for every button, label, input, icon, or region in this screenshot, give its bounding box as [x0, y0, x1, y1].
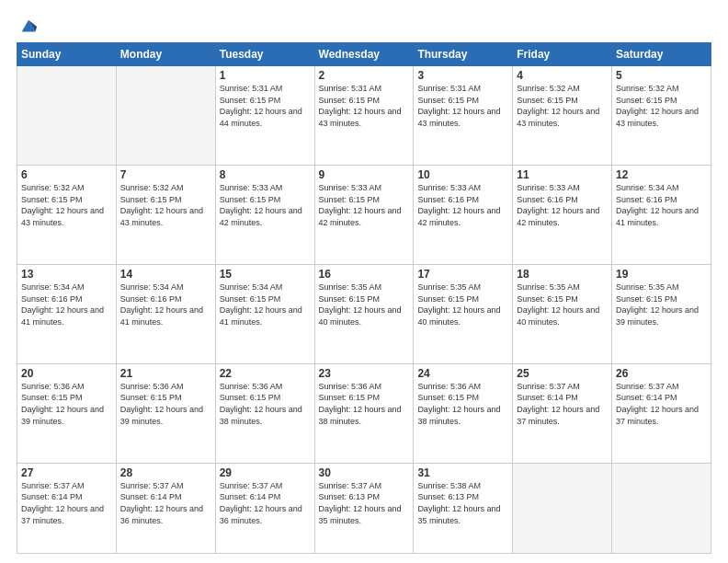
day-number: 9	[319, 168, 410, 181]
day-number: 22	[220, 367, 311, 380]
day-number: 16	[319, 268, 410, 281]
day-info: Sunrise: 5:37 AMSunset: 6:13 PMDaylight:…	[319, 480, 410, 526]
day-info: Sunrise: 5:35 AMSunset: 6:15 PMDaylight:…	[417, 282, 508, 327]
calendar-cell: 31Sunrise: 5:38 AMSunset: 6:13 PMDayligh…	[414, 463, 513, 553]
day-info: Sunrise: 5:37 AMSunset: 6:14 PMDaylight:…	[220, 480, 311, 526]
day-number: 26	[616, 367, 707, 380]
calendar-cell: 20Sunrise: 5:36 AMSunset: 6:15 PMDayligh…	[17, 363, 117, 463]
calendar-cell: 14Sunrise: 5:34 AMSunset: 6:16 PMDayligh…	[116, 264, 215, 363]
calendar-cell: 16Sunrise: 5:35 AMSunset: 6:15 PMDayligh…	[314, 264, 414, 363]
calendar-cell: 27Sunrise: 5:37 AMSunset: 6:14 PMDayligh…	[17, 463, 117, 553]
day-info: Sunrise: 5:36 AMSunset: 6:15 PMDaylight:…	[120, 381, 211, 427]
calendar-cell: 24Sunrise: 5:36 AMSunset: 6:15 PMDayligh…	[414, 363, 513, 463]
day-info: Sunrise: 5:31 AMSunset: 6:15 PMDaylight:…	[319, 83, 410, 129]
week-row-1: 1Sunrise: 5:31 AMSunset: 6:15 PMDaylight…	[17, 66, 711, 166]
calendar-cell: 8Sunrise: 5:33 AMSunset: 6:15 PMDaylight…	[215, 165, 314, 264]
day-number: 29	[220, 466, 311, 479]
calendar-cell: 10Sunrise: 5:33 AMSunset: 6:16 PMDayligh…	[414, 165, 513, 264]
calendar-cell: 30Sunrise: 5:37 AMSunset: 6:13 PMDayligh…	[314, 463, 414, 553]
weekday-header-friday: Friday	[513, 43, 612, 66]
calendar-cell	[116, 66, 215, 166]
day-number: 7	[120, 168, 211, 181]
day-number: 13	[21, 268, 112, 281]
day-info: Sunrise: 5:32 AMSunset: 6:15 PMDaylight:…	[120, 182, 211, 228]
day-number: 24	[417, 367, 508, 380]
calendar-cell	[17, 66, 117, 166]
calendar-cell: 1Sunrise: 5:31 AMSunset: 6:15 PMDaylight…	[215, 66, 314, 166]
day-number: 3	[417, 69, 508, 82]
calendar-cell: 22Sunrise: 5:36 AMSunset: 6:15 PMDayligh…	[215, 363, 314, 463]
calendar-cell: 29Sunrise: 5:37 AMSunset: 6:14 PMDayligh…	[215, 463, 314, 553]
header	[17, 17, 711, 37]
calendar-cell: 19Sunrise: 5:35 AMSunset: 6:15 PMDayligh…	[612, 264, 711, 363]
calendar-cell: 26Sunrise: 5:37 AMSunset: 6:14 PMDayligh…	[612, 363, 711, 463]
calendar-cell: 11Sunrise: 5:33 AMSunset: 6:16 PMDayligh…	[513, 165, 612, 264]
day-info: Sunrise: 5:34 AMSunset: 6:16 PMDaylight:…	[21, 282, 112, 327]
calendar-cell: 12Sunrise: 5:34 AMSunset: 6:16 PMDayligh…	[612, 165, 711, 264]
day-number: 6	[21, 168, 112, 181]
week-row-4: 20Sunrise: 5:36 AMSunset: 6:15 PMDayligh…	[17, 363, 711, 463]
day-number: 15	[220, 268, 311, 281]
day-info: Sunrise: 5:35 AMSunset: 6:15 PMDaylight:…	[616, 282, 707, 327]
day-number: 28	[120, 466, 211, 479]
weekday-header-sunday: Sunday	[17, 43, 117, 66]
day-info: Sunrise: 5:31 AMSunset: 6:15 PMDaylight:…	[417, 83, 508, 129]
day-number: 20	[21, 367, 112, 380]
day-info: Sunrise: 5:35 AMSunset: 6:15 PMDaylight:…	[319, 282, 410, 327]
day-number: 19	[616, 268, 707, 281]
day-number: 18	[517, 268, 608, 281]
week-row-3: 13Sunrise: 5:34 AMSunset: 6:16 PMDayligh…	[17, 264, 711, 363]
calendar-cell: 3Sunrise: 5:31 AMSunset: 6:15 PMDaylight…	[414, 66, 513, 166]
calendar-body: 1Sunrise: 5:31 AMSunset: 6:15 PMDaylight…	[17, 66, 711, 554]
day-info: Sunrise: 5:36 AMSunset: 6:15 PMDaylight:…	[319, 381, 410, 427]
day-info: Sunrise: 5:34 AMSunset: 6:16 PMDaylight:…	[120, 282, 211, 327]
day-number: 14	[120, 268, 211, 281]
day-number: 4	[517, 69, 608, 82]
logo-icon	[18, 17, 39, 37]
weekday-header-monday: Monday	[116, 43, 215, 66]
day-info: Sunrise: 5:33 AMSunset: 6:16 PMDaylight:…	[517, 182, 608, 228]
day-number: 21	[120, 367, 211, 380]
day-info: Sunrise: 5:33 AMSunset: 6:15 PMDaylight:…	[220, 182, 311, 228]
day-number: 31	[417, 466, 508, 479]
day-info: Sunrise: 5:34 AMSunset: 6:16 PMDaylight:…	[616, 182, 707, 228]
day-info: Sunrise: 5:33 AMSunset: 6:15 PMDaylight:…	[319, 182, 410, 228]
calendar-cell: 17Sunrise: 5:35 AMSunset: 6:15 PMDayligh…	[414, 264, 513, 363]
calendar-cell: 4Sunrise: 5:32 AMSunset: 6:15 PMDaylight…	[513, 66, 612, 166]
weekday-header-tuesday: Tuesday	[215, 43, 314, 66]
calendar-cell: 23Sunrise: 5:36 AMSunset: 6:15 PMDayligh…	[314, 363, 414, 463]
day-info: Sunrise: 5:37 AMSunset: 6:14 PMDaylight:…	[616, 381, 707, 427]
day-info: Sunrise: 5:31 AMSunset: 6:15 PMDaylight:…	[220, 83, 311, 129]
week-row-5: 27Sunrise: 5:37 AMSunset: 6:14 PMDayligh…	[17, 463, 711, 553]
calendar-cell: 15Sunrise: 5:34 AMSunset: 6:15 PMDayligh…	[215, 264, 314, 363]
day-info: Sunrise: 5:32 AMSunset: 6:15 PMDaylight:…	[616, 83, 707, 129]
day-info: Sunrise: 5:33 AMSunset: 6:16 PMDaylight:…	[417, 182, 508, 228]
day-number: 10	[417, 168, 508, 181]
calendar-cell	[513, 463, 612, 553]
day-number: 8	[220, 168, 311, 181]
day-number: 2	[319, 69, 410, 82]
day-info: Sunrise: 5:35 AMSunset: 6:15 PMDaylight:…	[517, 282, 608, 327]
calendar: SundayMondayTuesdayWednesdayThursdayFrid…	[17, 42, 711, 554]
weekday-header-saturday: Saturday	[612, 43, 711, 66]
day-info: Sunrise: 5:37 AMSunset: 6:14 PMDaylight:…	[120, 480, 211, 526]
weekday-header-wednesday: Wednesday	[314, 43, 414, 66]
day-info: Sunrise: 5:36 AMSunset: 6:15 PMDaylight:…	[21, 381, 112, 427]
day-info: Sunrise: 5:36 AMSunset: 6:15 PMDaylight:…	[417, 381, 508, 427]
page: SundayMondayTuesdayWednesdayThursdayFrid…	[0, 0, 728, 563]
calendar-cell: 21Sunrise: 5:36 AMSunset: 6:15 PMDayligh…	[116, 363, 215, 463]
logo	[17, 17, 39, 37]
calendar-cell: 28Sunrise: 5:37 AMSunset: 6:14 PMDayligh…	[116, 463, 215, 553]
calendar-cell: 7Sunrise: 5:32 AMSunset: 6:15 PMDaylight…	[116, 165, 215, 264]
day-info: Sunrise: 5:32 AMSunset: 6:15 PMDaylight:…	[21, 182, 112, 228]
week-row-2: 6Sunrise: 5:32 AMSunset: 6:15 PMDaylight…	[17, 165, 711, 264]
day-number: 5	[616, 69, 707, 82]
day-number: 25	[517, 367, 608, 380]
day-info: Sunrise: 5:37 AMSunset: 6:14 PMDaylight:…	[21, 480, 112, 526]
weekday-header-thursday: Thursday	[414, 43, 513, 66]
day-number: 17	[417, 268, 508, 281]
calendar-cell: 9Sunrise: 5:33 AMSunset: 6:15 PMDaylight…	[314, 165, 414, 264]
day-info: Sunrise: 5:37 AMSunset: 6:14 PMDaylight:…	[517, 381, 608, 427]
day-info: Sunrise: 5:32 AMSunset: 6:15 PMDaylight:…	[517, 83, 608, 129]
day-info: Sunrise: 5:34 AMSunset: 6:15 PMDaylight:…	[220, 282, 311, 327]
